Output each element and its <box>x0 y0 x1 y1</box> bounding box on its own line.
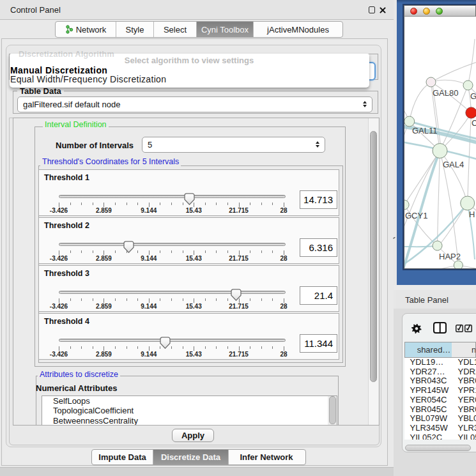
svg-text:GCY1: GCY1 <box>405 211 427 220</box>
svg-text:H: H <box>469 210 475 219</box>
svg-text:GAL4: GAL4 <box>443 160 464 169</box>
svg-text:HAP2: HAP2 <box>439 252 461 261</box>
svg-text:GAL80: GAL80 <box>433 88 458 98</box>
svg-text:GAL11: GAL11 <box>412 126 438 135</box>
svg-text:C: C <box>472 118 476 128</box>
svg-text:GA: GA <box>470 91 476 101</box>
